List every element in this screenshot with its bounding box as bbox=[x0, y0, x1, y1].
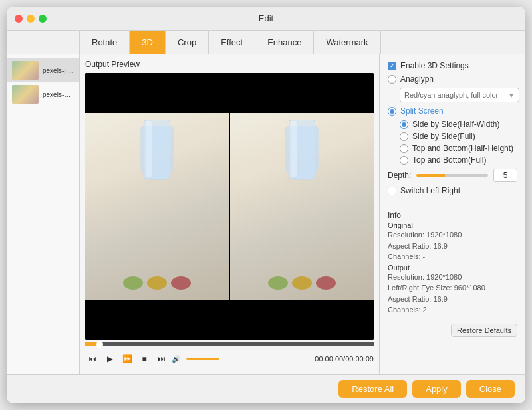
play-button[interactable]: ▶ bbox=[102, 352, 117, 366]
traffic-lights bbox=[15, 15, 47, 23]
main-window: Edit Rotate 3D Crop Effect Enhance Water… bbox=[7, 7, 525, 403]
radio-option-2[interactable]: Top and Bottom(Half-Height) bbox=[400, 144, 517, 153]
anaglyph-dropdown-row: Red/cyan anaglyph, full color ▼ bbox=[400, 88, 517, 102]
stop-button[interactable]: ■ bbox=[137, 352, 152, 366]
dropdown-value: Red/cyan anaglyph, full color bbox=[404, 91, 498, 99]
restore-defaults-button[interactable]: Restore Defaults bbox=[451, 324, 517, 337]
sidebar-item-1[interactable]: pexels-ko... bbox=[7, 82, 79, 106]
info-original-label: Original bbox=[388, 221, 517, 229]
progress-dot bbox=[96, 341, 103, 348]
tab-3d[interactable]: 3D bbox=[130, 31, 166, 54]
sidebar-label-0: pexels-jill-... bbox=[43, 67, 74, 74]
anaglyph-radio[interactable] bbox=[388, 75, 396, 84]
video-bottom-black bbox=[85, 300, 374, 340]
volume-icon: 🔊 bbox=[172, 355, 181, 363]
info-original-aspect: Aspect Ratio: 16:9 bbox=[388, 241, 517, 252]
radio-label-3: Top and Bottom(Full) bbox=[412, 155, 486, 165]
window-title: Edit bbox=[259, 13, 273, 23]
info-output-channels: Channels: 2 bbox=[388, 304, 517, 316]
tab-watermark[interactable]: Watermark bbox=[314, 31, 380, 54]
depth-slider[interactable] bbox=[416, 174, 488, 177]
radio-option-0[interactable]: Side by Side(Half-Width) bbox=[400, 120, 517, 129]
restore-all-button[interactable]: Restore All bbox=[338, 380, 407, 398]
anaglyph-label: Anaglyph bbox=[400, 74, 434, 84]
settings-panel: Enable 3D Settings Anaglyph Red/cyan ana… bbox=[379, 54, 525, 374]
radio-1[interactable] bbox=[400, 132, 408, 141]
anaglyph-row[interactable]: Anaglyph bbox=[388, 74, 517, 84]
radio-option-3[interactable]: Top and Bottom(Full) bbox=[400, 155, 517, 165]
glass-svg-right bbox=[284, 120, 321, 186]
radio-0[interactable] bbox=[400, 120, 408, 129]
sidebar-label-1: pexels-ko... bbox=[43, 91, 74, 98]
enable-3d-checkbox[interactable] bbox=[388, 62, 396, 70]
video-frame-right bbox=[230, 113, 374, 300]
radio-option-1[interactable]: Side by Side(Full) bbox=[400, 132, 517, 141]
macaron-green-left bbox=[123, 276, 143, 290]
switch-row[interactable]: Switch Left Right bbox=[388, 186, 517, 195]
sidebar-item-0[interactable]: pexels-jill-... bbox=[7, 58, 79, 82]
info-original-channels: Channels: - bbox=[388, 251, 517, 262]
glass-svg-left bbox=[139, 120, 176, 186]
fast-forward-button[interactable]: ⏩ bbox=[120, 352, 134, 366]
tab-enhance[interactable]: Enhance bbox=[255, 31, 314, 54]
macaron-red-right bbox=[316, 276, 336, 290]
svg-rect-3 bbox=[291, 121, 297, 177]
minimize-traffic-light[interactable] bbox=[27, 15, 35, 23]
progress-bar[interactable] bbox=[85, 342, 374, 346]
video-frame-left bbox=[85, 113, 229, 300]
split-screen-row[interactable]: Split Screen bbox=[388, 106, 517, 116]
info-output-aspect: Aspect Ratio: 16:9 bbox=[388, 294, 517, 305]
sidebar-thumb-img-0 bbox=[12, 61, 39, 80]
preview-area: Output Preview bbox=[80, 54, 379, 374]
switch-label: Switch Left Right bbox=[400, 186, 460, 195]
svg-rect-1 bbox=[146, 121, 152, 177]
enable-3d-label: Enable 3D Settings bbox=[400, 61, 469, 70]
tab-rotate[interactable]: Rotate bbox=[80, 31, 130, 54]
radio-label-2: Top and Bottom(Half-Height) bbox=[412, 144, 513, 153]
macarons-right bbox=[268, 276, 336, 290]
title-bar: Edit bbox=[7, 7, 525, 31]
anaglyph-dropdown[interactable]: Red/cyan anaglyph, full color ▼ bbox=[400, 88, 519, 102]
split-screen-radio[interactable] bbox=[388, 107, 396, 116]
info-output-resolution: Resolution: 1920*1080 bbox=[388, 272, 517, 283]
macaron-red-left bbox=[171, 276, 191, 290]
dropdown-arrow-icon: ▼ bbox=[508, 92, 515, 99]
sidebar: pexels-jill-... pexels-ko... bbox=[7, 54, 80, 374]
macaron-yellow-left bbox=[147, 276, 167, 290]
info-original-resolution: Resolution: 1920*1080 bbox=[388, 229, 517, 241]
radio-3[interactable] bbox=[400, 156, 408, 165]
maximize-traffic-light[interactable] bbox=[39, 15, 47, 23]
controls-row: ⏮ ▶ ⏩ ■ ⏭ 🔊 00:00:00/00:00:09 bbox=[85, 349, 374, 369]
split-screen-label: Split Screen bbox=[400, 106, 444, 116]
info-title: Info bbox=[388, 211, 517, 220]
depth-value[interactable]: 5 bbox=[493, 169, 517, 182]
preview-label: Output Preview bbox=[85, 60, 374, 69]
close-button[interactable]: Close bbox=[466, 380, 515, 398]
depth-label: Depth: bbox=[388, 171, 411, 180]
time-display: 00:00:00/00:00:09 bbox=[315, 355, 374, 363]
bottom-bar: Restore All Apply Close bbox=[7, 374, 525, 403]
volume-slider[interactable] bbox=[186, 358, 219, 360]
info-section: Info Original Resolution: 1920*1080 Aspe… bbox=[388, 205, 517, 316]
tab-effect[interactable]: Effect bbox=[209, 31, 255, 54]
radio-2[interactable] bbox=[400, 144, 408, 153]
enable-3d-row[interactable]: Enable 3D Settings bbox=[388, 61, 517, 70]
skip-forward-button[interactable]: ⏭ bbox=[154, 352, 169, 366]
sidebar-thumb-0 bbox=[12, 61, 39, 80]
video-top-black bbox=[85, 73, 374, 113]
info-output-label: Output bbox=[388, 264, 517, 272]
sidebar-thumb-img-1 bbox=[12, 85, 39, 104]
skip-back-button[interactable]: ⏮ bbox=[85, 352, 100, 366]
tab-crop[interactable]: Crop bbox=[166, 31, 209, 54]
info-output-eye-size: Left/Right Eye Size: 960*1080 bbox=[388, 282, 517, 294]
restore-defaults-container: Restore Defaults bbox=[388, 324, 517, 337]
sidebar-thumb-1 bbox=[12, 85, 39, 104]
switch-checkbox[interactable] bbox=[388, 187, 396, 195]
macaron-yellow-right bbox=[292, 276, 312, 290]
tab-bar: Rotate 3D Crop Effect Enhance Watermark bbox=[7, 31, 525, 54]
depth-row: Depth: 5 bbox=[388, 169, 517, 182]
macaron-green-right bbox=[268, 276, 288, 290]
close-traffic-light[interactable] bbox=[15, 15, 23, 23]
tab-bar-left bbox=[7, 31, 80, 54]
apply-button[interactable]: Apply bbox=[412, 380, 461, 398]
